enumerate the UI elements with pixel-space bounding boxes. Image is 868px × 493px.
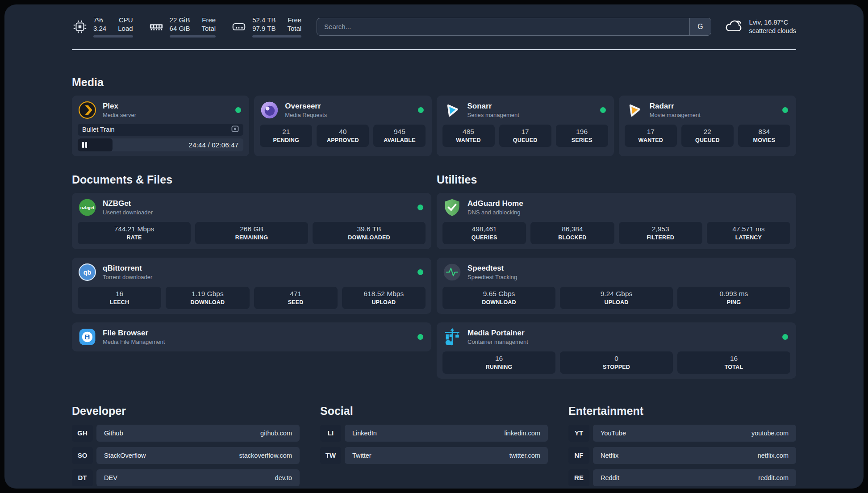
link-pill[interactable]: Twittertwitter.com (345, 447, 548, 464)
disk-stat: 52.4 TB97.9 TB FreeTotal (231, 16, 301, 38)
link-pill[interactable]: YouTubeyoutube.com (593, 425, 796, 442)
status-dot (235, 107, 241, 113)
now-playing-row: Bullet Train (78, 124, 243, 136)
stat-approved: 40APPROVED (317, 125, 369, 147)
plex-name: Plex (103, 102, 230, 111)
top-bar: 7%3.24 CPULoad (72, 16, 796, 38)
memory-icon (148, 19, 164, 35)
status-dot (600, 107, 606, 113)
stat-latency: 47.571 msLATENCY (707, 222, 790, 244)
section-title-documents: Documents & Files (72, 173, 431, 186)
memory-free-value: 22 GiB (170, 16, 190, 25)
filebrowser-name: File Browser (103, 329, 412, 338)
sonarr-card[interactable]: Sonarr Series management 485WANTED 17QUE… (437, 96, 614, 156)
link-pill[interactable]: DEVdev.to (96, 469, 300, 486)
link-abbr: YT (568, 425, 589, 442)
nzbget-name: NZBGet (103, 199, 412, 208)
filebrowser-icon (78, 327, 97, 347)
memory-progress-bar (170, 35, 216, 38)
stat-queued: 22QUEUED (681, 125, 734, 147)
plex-desc: Media server (103, 112, 230, 118)
cpu-load-label: Load (118, 25, 133, 33)
stat-blocked: 86,384BLOCKED (530, 222, 614, 244)
overseerr-card[interactable]: Overseerr Media Requests 21PENDING 40APP… (254, 96, 431, 156)
bookmarks-entertainment: Entertainment YT YouTubeyoutube.com NF N… (568, 405, 796, 486)
link-pill[interactable]: StackOverflowstackoverflow.com (96, 447, 300, 464)
overseerr-icon (260, 100, 279, 120)
playback-elapsed (78, 138, 113, 151)
stat-pending: 21PENDING (260, 125, 312, 147)
link-abbr: DT (72, 469, 93, 486)
disk-progress-bar (252, 35, 301, 38)
weather-condition: scattered clouds (749, 27, 796, 36)
svg-text:nzbget: nzbget (80, 205, 95, 210)
playback-progress-bar[interactable]: 24:44 / 02:06:47 (78, 138, 243, 151)
status-dot (782, 334, 788, 340)
disk-free-value: 52.4 TB (252, 16, 275, 25)
portainer-card[interactable]: Media Portainer Container management 16R… (437, 322, 796, 379)
memory-total-label: Total (201, 25, 216, 33)
cpu-progress-bar (93, 35, 133, 38)
system-stats: 7%3.24 CPULoad (72, 16, 301, 38)
section-title-utilities: Utilities (437, 173, 796, 186)
plex-card[interactable]: Plex Media server Bullet Train 24:44 / 0 (72, 96, 249, 156)
link-abbr: LI (320, 425, 341, 442)
section-title-entertainment: Entertainment (568, 405, 796, 418)
link-pill[interactable]: LinkedInlinkedin.com (345, 425, 548, 442)
filebrowser-card[interactable]: File Browser Media File Management (72, 322, 431, 351)
link-stackoverflow: SO StackOverflowstackoverflow.com (72, 447, 300, 464)
stat-queued: 17QUEUED (499, 125, 551, 147)
link-abbr: SO (72, 447, 93, 464)
stat-running: 16RUNNING (442, 351, 555, 374)
search-engine-button[interactable]: G (689, 18, 711, 35)
nzbget-card[interactable]: nzbget NZBGet Usenet downloader 744.21 M… (72, 193, 431, 249)
stat-downloaded: 39.6 TBDOWNLOADED (313, 222, 426, 244)
sonarr-desc: Series management (467, 112, 594, 118)
stat-available: 945AVAILABLE (373, 125, 426, 147)
bookmarks-social: Social LI LinkedInlinkedin.com TW Twitte… (320, 405, 548, 486)
pause-icon[interactable] (82, 142, 87, 148)
radarr-card[interactable]: Radarr Movie management 17WANTED 22QUEUE… (619, 96, 796, 156)
portainer-icon (442, 327, 462, 347)
link-pill[interactable]: Redditreddit.com (593, 469, 796, 486)
plex-icon (78, 100, 97, 120)
radarr-name: Radarr (650, 102, 776, 111)
media-grid: Plex Media server Bullet Train 24:44 / 0 (72, 96, 796, 156)
link-abbr: NF (568, 447, 589, 464)
link-reddit: RE Redditreddit.com (568, 469, 796, 486)
portainer-name: Media Portainer (467, 329, 776, 338)
disk-icon (231, 19, 247, 35)
adguard-card[interactable]: AdGuard Home DNS and adblocking 498,461Q… (437, 193, 796, 249)
adguard-name: AdGuard Home (467, 199, 790, 208)
cpu-usage-value: 7% (93, 16, 106, 25)
link-abbr: TW (320, 447, 341, 464)
link-pill[interactable]: Githubgithub.com (96, 425, 300, 442)
link-dev: DT DEVdev.to (72, 469, 300, 486)
section-title-social: Social (320, 405, 548, 418)
speedtest-card[interactable]: Speedtest Speedtest Tracking 9.65 GbpsDO… (437, 258, 796, 314)
search-bar: G (317, 18, 711, 36)
stat-remaining: 266 GBREMAINING (195, 222, 308, 244)
stat-ping: 0.993 msPING (677, 287, 790, 309)
speedtest-name: Speedtest (467, 264, 790, 273)
status-dot (417, 334, 423, 340)
stat-total: 16TOTAL (677, 351, 790, 374)
nzbget-icon: nzbget (78, 198, 97, 217)
weather-widget: Lviv, 16.87°C scattered clouds (724, 17, 796, 37)
documents-column: Documents & Files nzbget NZBGet Usenet d… (72, 156, 431, 351)
search-input[interactable] (317, 18, 711, 36)
stat-upload: 9.24 GbpsUPLOAD (560, 287, 673, 309)
link-abbr: GH (72, 425, 93, 442)
stat-seed: 471SEED (254, 287, 338, 309)
stat-rate: 744.21 MbpsRATE (78, 222, 191, 244)
stat-download: 9.65 GbpsDOWNLOAD (442, 287, 555, 309)
stat-upload: 618.52 MbpsUPLOAD (342, 287, 426, 309)
status-dot (417, 269, 423, 275)
link-pill[interactable]: Netflixnetflix.com (593, 447, 796, 464)
qbittorrent-card[interactable]: qb qBittorrent Torrent downloader 16LEEC… (72, 258, 431, 314)
radarr-icon (625, 100, 644, 120)
overseerr-name: Overseerr (285, 102, 412, 111)
stat-queries: 498,461QUERIES (442, 222, 526, 244)
link-abbr: RE (568, 469, 589, 486)
stat-stopped: 0STOPPED (560, 351, 673, 374)
